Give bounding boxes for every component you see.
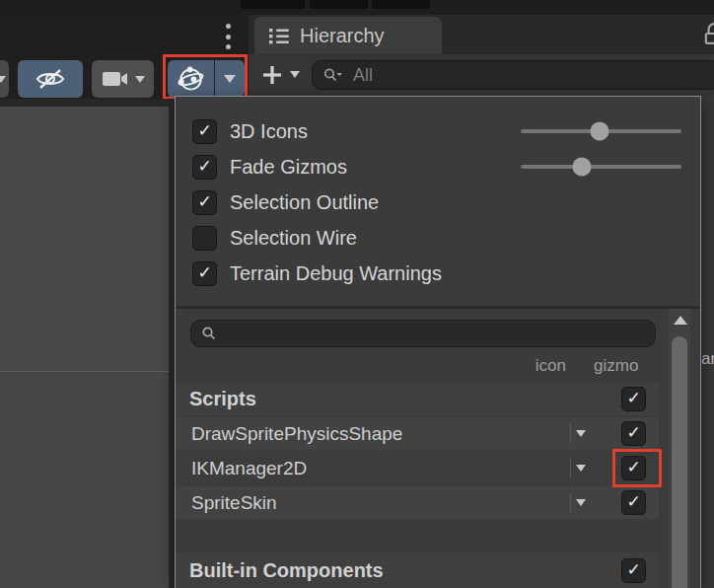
scene-lower-region xyxy=(0,372,175,588)
pane-menu-kebab-icon[interactable] xyxy=(225,24,231,49)
chevron-down-icon xyxy=(135,76,145,83)
unity-editor-window: Hierarchy ar xyxy=(0,0,714,588)
hierarchy-search-input[interactable] xyxy=(351,64,651,87)
tab-hierarchy[interactable]: Hierarchy xyxy=(254,17,442,54)
script-name: IKManager2D xyxy=(191,458,307,479)
slider-track xyxy=(521,165,681,169)
top-tab-strip xyxy=(0,0,714,15)
search-icon xyxy=(201,326,217,341)
fade-gizmos-slider[interactable] xyxy=(521,149,681,184)
checkbox-fade-gizmos[interactable]: ✓ xyxy=(192,155,217,180)
eye-slash-icon xyxy=(35,67,66,91)
hierarchy-toolbar xyxy=(249,54,714,96)
option-label: Terrain Debug Warnings xyxy=(230,262,442,285)
gizmo-checkbox[interactable]: ✓ xyxy=(621,490,646,515)
plus-icon xyxy=(261,64,283,86)
create-object-dropdown-icon[interactable] xyxy=(290,71,300,78)
slider-knob[interactable] xyxy=(590,122,608,141)
section-label: Built-in Components xyxy=(189,559,384,582)
option-row-selection-outline: ✓ Selection Outline xyxy=(176,184,700,220)
option-label: Selection Wire xyxy=(230,227,357,250)
column-separator xyxy=(570,458,571,478)
gizmos-search-input[interactable] xyxy=(217,324,635,343)
section-label: Scripts xyxy=(189,388,256,410)
scripts-gizmo-checkbox[interactable]: ✓ xyxy=(621,387,646,411)
scene-pane-header xyxy=(0,15,249,56)
icon-dropdown-icon[interactable] xyxy=(576,430,586,437)
cutoff-tab xyxy=(241,0,305,9)
option-row-fade-gizmos: ✓ Fade Gizmos xyxy=(176,149,700,184)
option-label: Selection Outline xyxy=(230,191,379,214)
row-drawspritephysicsshape[interactable]: DrawSpritePhysicsShape ✓ xyxy=(176,417,659,450)
chevron-down-icon xyxy=(224,75,236,83)
option-label: 3D Icons xyxy=(230,120,308,143)
popup-divider xyxy=(176,306,700,309)
section-builtin-components: Built-in Components ✓ xyxy=(176,552,659,588)
row-ikmanager2d[interactable]: IKManager2D ✓ xyxy=(176,452,659,484)
icon-dropdown-icon[interactable] xyxy=(576,499,586,506)
cutoff-tab xyxy=(372,0,430,9)
checkbox-terrain-debug[interactable]: ✓ xyxy=(192,261,217,286)
scene-camera-button[interactable] xyxy=(92,60,154,98)
column-header-gizmo: gizmo xyxy=(594,356,651,376)
gizmos-toggle-button[interactable] xyxy=(168,60,214,98)
gizmo-checkbox[interactable]: ✓ xyxy=(621,421,646,446)
lock-icon[interactable] xyxy=(702,21,714,50)
hierarchy-list-icon xyxy=(268,27,290,45)
checkbox-3d-icons[interactable]: ✓ xyxy=(192,119,217,144)
option-row-terrain-debug: ✓ Terrain Debug Warnings xyxy=(176,256,700,291)
scene-view[interactable] xyxy=(0,107,175,588)
scrollbar-thumb[interactable] xyxy=(672,336,687,588)
option-row-3d-icons: ✓ 3D Icons xyxy=(176,113,700,149)
gizmo-sphere-icon xyxy=(178,66,204,93)
scene-visibility-button[interactable] xyxy=(18,60,83,98)
camera-icon xyxy=(102,69,128,89)
row-spriteskin[interactable]: SpriteSkin ✓ xyxy=(176,486,659,519)
popup-scrollbar[interactable] xyxy=(670,309,690,588)
column-header-icon: icon xyxy=(501,356,566,376)
option-row-selection-wire: Selection Wire xyxy=(176,220,700,256)
builtin-gizmo-checkbox[interactable]: ✓ xyxy=(621,558,646,583)
column-separator xyxy=(570,492,571,513)
ikmanager2d-gizmo-checkbox[interactable]: ✓ xyxy=(621,456,646,480)
hierarchy-item-clipped-label: ar xyxy=(701,349,714,369)
chevron-down-icon xyxy=(0,76,6,83)
scroll-up-icon[interactable] xyxy=(674,316,687,325)
slider-knob[interactable] xyxy=(572,158,591,177)
toolbar-lower-edge xyxy=(0,99,175,107)
script-name: SpriteSkin xyxy=(191,492,277,514)
script-name: DrawSpritePhysicsShape xyxy=(191,423,402,445)
tab-hierarchy-label: Hierarchy xyxy=(300,25,385,47)
gizmos-dropdown-button[interactable] xyxy=(215,60,245,98)
section-scripts: Scripts ✓ xyxy=(176,383,659,415)
clipped-toolbar-button[interactable] xyxy=(0,60,9,98)
cutoff-tab xyxy=(310,0,368,9)
search-filter-icon xyxy=(322,67,343,83)
icon-dropdown-icon[interactable] xyxy=(576,465,586,472)
hierarchy-search-field[interactable] xyxy=(312,60,714,90)
column-separator xyxy=(570,423,571,444)
checkbox-selection-outline[interactable]: ✓ xyxy=(192,190,217,215)
option-label: Fade Gizmos xyxy=(230,156,347,179)
gizmos-dropdown-panel: ✓ 3D Icons ✓ Fade Gizmos ✓ Selection Out… xyxy=(175,96,701,588)
3d-icons-size-slider[interactable] xyxy=(521,113,681,149)
create-object-button[interactable] xyxy=(258,61,286,89)
gizmos-search-field[interactable] xyxy=(190,320,656,347)
checkbox-selection-wire[interactable] xyxy=(192,226,217,251)
hierarchy-tabstrip: Hierarchy xyxy=(249,15,714,54)
scene-toolbar xyxy=(0,56,249,99)
